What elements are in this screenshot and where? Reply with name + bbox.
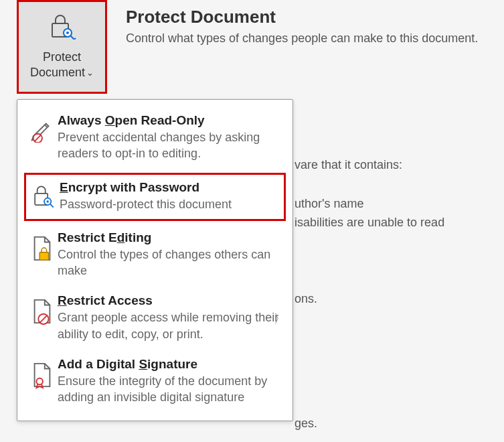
menu-item-title: Add a Digital Signature <box>58 357 283 372</box>
lock-key-icon <box>29 184 60 210</box>
svg-point-11 <box>36 378 43 385</box>
svg-point-2 <box>66 31 69 34</box>
svg-point-7 <box>46 200 48 202</box>
menu-item-desc: Prevent accidental changes by asking rea… <box>58 129 283 162</box>
bg-text-line: vare that it contains: <box>295 158 402 172</box>
menu-item-desc: Ensure the integrity of the document by … <box>58 373 283 406</box>
menu-item-desc: Grant people access while removing their… <box>58 309 283 342</box>
menu-item-restrict-access[interactable]: Restrict Access Grant people access whil… <box>17 287 292 350</box>
menu-item-encrypt-password[interactable]: Encrypt with Password Password-protect t… <box>24 173 286 221</box>
protect-document-button[interactable]: Protect Document⌄ <box>17 0 107 94</box>
page-title: Protect Document <box>126 7 478 27</box>
bg-text-line: ons. <box>295 292 317 306</box>
document-prohibit-icon <box>27 297 58 325</box>
menu-item-digital-signature[interactable]: Add a Digital Signature Ensure the integ… <box>17 350 292 414</box>
protect-button-label-2: Document⌄ <box>30 65 94 80</box>
protect-button-label-1: Protect <box>43 50 81 65</box>
header-block: Protect Document Control what types of c… <box>126 7 478 46</box>
bg-text-line: isabilities are unable to read <box>295 216 444 230</box>
menu-item-desc: Password-protect this document <box>60 196 281 212</box>
bg-text-line: ges. <box>295 417 317 431</box>
menu-item-title: Always Open Read-Only <box>58 113 283 128</box>
menu-item-title: Restrict Access <box>58 293 283 308</box>
menu-item-desc: Control the types of changes others can … <box>58 246 283 279</box>
protect-document-menu: Always Open Read-Only Prevent accidental… <box>17 99 293 421</box>
menu-item-restrict-editing[interactable]: Restrict Editing Control the types of ch… <box>17 224 292 287</box>
chevron-right-icon: 〉 <box>274 311 286 327</box>
document-ribbon-icon <box>27 361 58 389</box>
menu-item-title: Encrypt with Password <box>60 180 281 195</box>
lock-key-icon <box>48 13 77 44</box>
document-lock-icon <box>27 234 58 263</box>
page-subtitle: Control what types of changes people can… <box>126 31 478 46</box>
pencil-prohibit-icon <box>27 117 58 143</box>
chevron-down-icon: ⌄ <box>86 68 94 79</box>
menu-item-open-read-only[interactable]: Always Open Read-Only Prevent accidental… <box>17 106 292 170</box>
svg-rect-8 <box>39 252 48 260</box>
menu-item-title: Restrict Editing <box>58 230 283 245</box>
bg-text-line: uthor's name <box>295 197 364 211</box>
